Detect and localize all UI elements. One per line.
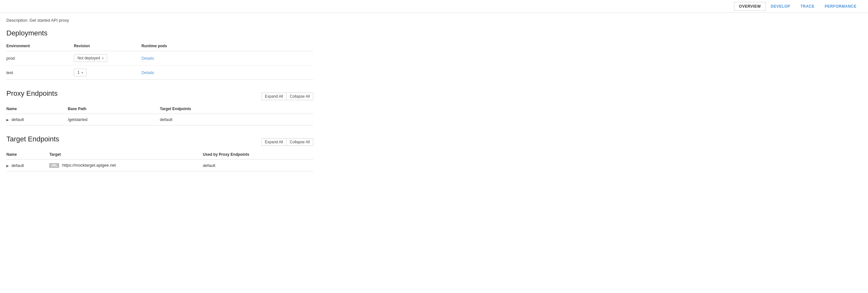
deployments-table: Environment Revision Runtime pods prod N…: [6, 41, 313, 80]
target-endpoint-name-label: default: [11, 163, 24, 168]
proxy-collapse-all-button[interactable]: Collapse All: [286, 93, 313, 100]
deployment-details-prod: Details: [141, 51, 313, 66]
deployments-col-runtime: Runtime pods: [141, 41, 313, 51]
target-col-used-by: Used by Proxy Endpoints: [203, 150, 313, 159]
target-expand-all-button[interactable]: Expand All: [261, 138, 286, 146]
expand-row-arrow-icon[interactable]: ▶: [6, 118, 9, 121]
top-nav: OVERVIEW DEVELOP TRACE PERFORMANCE: [0, 0, 868, 13]
target-endpoints-header: Target Endpoints Expand All Collapse All: [6, 135, 313, 147]
deployments-col-revision: Revision: [74, 41, 141, 51]
tab-trace[interactable]: TRACE: [796, 1, 820, 12]
deployments-section: Deployments Environment Revision Runtime…: [6, 29, 313, 80]
target-endpoint-target: URL https://mocktarget.apigee.net: [49, 159, 203, 172]
target-expand-collapse-group: Expand All Collapse All: [261, 138, 313, 146]
description-text: Description: Get started API proxy: [6, 18, 313, 23]
proxy-endpoints-table: Name Base Path Target Endpoints ▶ defaul…: [6, 104, 313, 125]
target-endpoint-url: https://mocktarget.apigee.net: [62, 163, 116, 168]
target-endpoints-section: Target Endpoints Expand All Collapse All…: [6, 135, 313, 172]
target-endpoints-title: Target Endpoints: [6, 135, 59, 143]
expand-row-arrow-icon[interactable]: ▶: [6, 164, 9, 168]
deployment-env-test: test: [6, 66, 74, 80]
proxy-endpoint-basepath: /getstarted: [68, 114, 160, 125]
target-collapse-all-button[interactable]: Collapse All: [286, 138, 313, 146]
proxy-endpoints-header: Proxy Endpoints Expand All Collapse All: [6, 89, 313, 102]
table-row: ▶ default URL https://mocktarget.apigee.…: [6, 159, 313, 172]
target-endpoints-table: Name Target Used by Proxy Endpoints ▶ de…: [6, 150, 313, 172]
revision-label-test: 1: [78, 70, 80, 75]
revision-label-prod: Not deployed: [78, 56, 100, 60]
table-row: ▶ default /getstarted default: [6, 114, 313, 125]
target-col-name: Name: [6, 150, 49, 159]
target-col-target: Target: [49, 150, 203, 159]
revision-dropdown-test[interactable]: 1 ▾: [74, 69, 87, 76]
chevron-down-icon: ▾: [102, 57, 103, 60]
tab-overview[interactable]: OVERVIEW: [734, 2, 765, 11]
proxy-endpoint-name-label: default: [11, 117, 24, 122]
deployment-env-prod: prod: [6, 51, 74, 66]
details-link-prod[interactable]: Details: [141, 56, 154, 61]
deployments-title: Deployments: [6, 29, 313, 37]
tab-develop[interactable]: DEVELOP: [766, 1, 796, 12]
proxy-col-target-endpoints: Target Endpoints: [160, 104, 313, 114]
proxy-endpoints-title: Proxy Endpoints: [6, 89, 58, 98]
proxy-endpoints-section: Proxy Endpoints Expand All Collapse All …: [6, 89, 313, 125]
revision-dropdown-prod[interactable]: Not deployed ▾: [74, 54, 107, 62]
deployment-revision-test: 1 ▾: [74, 66, 141, 80]
proxy-col-basepath: Base Path: [68, 104, 160, 114]
chevron-down-icon: ▾: [82, 71, 83, 74]
deployment-revision-prod: Not deployed ▾: [74, 51, 141, 66]
target-endpoint-name: ▶ default: [6, 159, 49, 172]
deployments-col-environment: Environment: [6, 41, 74, 51]
proxy-endpoint-target: default: [160, 114, 313, 125]
proxy-expand-all-button[interactable]: Expand All: [261, 93, 286, 100]
proxy-endpoint-name: ▶ default: [6, 114, 68, 125]
details-link-test[interactable]: Details: [141, 70, 154, 75]
target-endpoint-used-by: default: [203, 159, 313, 172]
table-row: prod Not deployed ▾ Details: [6, 51, 313, 66]
table-row: test 1 ▾ Details: [6, 66, 313, 80]
proxy-col-name: Name: [6, 104, 68, 114]
deployment-details-test: Details: [141, 66, 313, 80]
tab-performance[interactable]: PERFORMANCE: [819, 1, 862, 12]
proxy-expand-collapse-group: Expand All Collapse All: [261, 93, 313, 100]
url-badge: URL: [49, 163, 59, 168]
main-content: Description: Get started API proxy Deplo…: [0, 13, 320, 186]
